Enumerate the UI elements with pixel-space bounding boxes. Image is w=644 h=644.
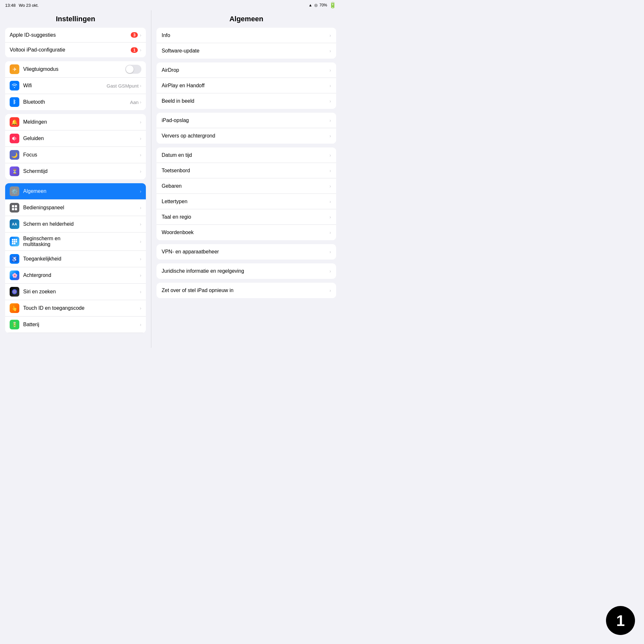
datum-chevron: ›	[329, 153, 331, 158]
toetsenbord-item[interactable]: Toetsenbord ›	[156, 163, 336, 178]
ipad-config-badge: 1	[131, 47, 138, 53]
bluetooth-value: Aan	[130, 99, 139, 105]
touchid-chevron: ›	[140, 306, 141, 311]
datum-tijd-item[interactable]: Datum en tijd ›	[156, 147, 336, 163]
software-update-label: Software-update	[162, 48, 329, 54]
achtergrond-item[interactable]: 🌸 Achtergrond ›	[5, 267, 146, 284]
bedieningspaneel-item[interactable]: Bedieningspaneel ›	[5, 200, 146, 216]
wifi-item[interactable]: Wifi Gast GSMpunt ›	[5, 78, 146, 94]
datum-tijd-label: Datum en tijd	[162, 152, 329, 158]
batterij-label: Batterij	[23, 322, 140, 327]
meldingen-label: Meldingen	[23, 119, 140, 125]
svg-rect-6	[16, 239, 17, 241]
siri-item[interactable]: Siri en zoeken ›	[5, 284, 146, 300]
wifi-value: Gast GSMpunt	[107, 83, 138, 89]
lettertypen-item[interactable]: Lettertypen ›	[156, 194, 336, 209]
touchid-label: Touch ID en toegangscode	[23, 305, 140, 311]
geluiden-icon	[10, 134, 19, 143]
wifi-label: Wifi	[23, 83, 107, 89]
airplane-toggle[interactable]	[125, 65, 141, 74]
zet-over-item[interactable]: Zet over of stel iPad opnieuw in ›	[156, 283, 336, 298]
ipad-opslag-item[interactable]: iPad-opslag ›	[156, 113, 336, 128]
toegankelijkheid-chevron: ›	[140, 256, 141, 261]
apple-id-item[interactable]: Apple ID-suggesties 3 ›	[5, 28, 146, 43]
gebaren-item[interactable]: Gebaren ›	[156, 178, 336, 194]
reset-group: Zet over of stel iPad opnieuw in ›	[156, 283, 336, 298]
meldingen-item[interactable]: 🔔 Meldingen ›	[5, 114, 146, 130]
schermtijd-icon: ⏳	[10, 166, 19, 176]
beginscherm-item[interactable]: Beginscherm enmultitasking ›	[5, 232, 146, 251]
apple-id-label: Apple ID-suggesties	[10, 32, 131, 38]
airplay-item[interactable]: AirPlay en Handoff ›	[156, 78, 336, 93]
scherm-item[interactable]: AA Scherm en helderheid ›	[5, 216, 146, 232]
achtergrond-icon: 🌸	[10, 270, 19, 280]
airplane-item[interactable]: ✈ Vliegtuigmodus	[5, 61, 146, 78]
schermtijd-item[interactable]: ⏳ Schermtijd ›	[5, 163, 146, 179]
focus-item[interactable]: 🌙 Focus ›	[5, 147, 146, 163]
airdrop-item[interactable]: AirDrop ›	[156, 62, 336, 78]
schermtijd-chevron: ›	[140, 169, 141, 174]
scherm-chevron: ›	[140, 222, 141, 227]
connectivity-group: ✈ Vliegtuigmodus Wifi Gast GSMpunt › ᛒ	[5, 61, 146, 110]
siri-label: Siri en zoeken	[23, 289, 140, 295]
ipad-config-label: Voltooi iPad-configuratie	[10, 47, 131, 53]
ipad-opslag-label: iPad-opslag	[162, 118, 329, 123]
datetime-group: Datum en tijd › Toetsenbord › Gebaren › …	[156, 147, 336, 240]
software-update-item[interactable]: Software-update ›	[156, 43, 336, 59]
geluiden-item[interactable]: Geluiden ›	[5, 130, 146, 147]
bluetooth-label: Bluetooth	[23, 99, 130, 105]
meldingen-icon: 🔔	[10, 117, 19, 127]
bedieningspaneel-label: Bedieningspaneel	[23, 205, 140, 211]
svg-rect-3	[15, 208, 17, 210]
vpn-group: VPN- en apparaatbeheer ›	[156, 244, 336, 260]
svg-rect-9	[16, 241, 17, 242]
info-item[interactable]: Info ›	[156, 28, 336, 43]
sharing-group: AirDrop › AirPlay en Handoff › Beeld in …	[156, 62, 336, 109]
airplay-label: AirPlay en Handoff	[162, 83, 329, 89]
toegankelijkheid-label: Toegankelijkheid	[23, 256, 140, 262]
siri-chevron: ›	[140, 289, 141, 294]
woordenboek-item[interactable]: Woordenboek ›	[156, 225, 336, 240]
battery-percent: 70%	[319, 3, 327, 7]
algemeen-icon: ⚙️	[10, 186, 19, 196]
svg-rect-4	[12, 239, 14, 241]
info-software-group: Info › Software-update ›	[156, 28, 336, 59]
ververs-item[interactable]: Ververs op achtergrond ›	[156, 128, 336, 144]
zet-over-chevron: ›	[329, 288, 331, 293]
general-settings-group: ⚙️ Algemeen › Bedieningspaneel › AA	[5, 183, 146, 333]
batterij-chevron: ›	[140, 322, 141, 327]
wifi-chevron: ›	[140, 83, 141, 88]
touchid-item[interactable]: 👆 Touch ID en toegangscode ›	[5, 300, 146, 317]
airplay-chevron: ›	[329, 83, 331, 88]
airdrop-chevron: ›	[329, 68, 331, 73]
batterij-item[interactable]: 🔋 Batterij ›	[5, 317, 146, 333]
vpn-item[interactable]: VPN- en apparaatbeheer ›	[156, 244, 336, 260]
woordenboek-label: Woordenboek	[162, 230, 329, 235]
focus-chevron: ›	[140, 152, 141, 157]
ipad-config-item[interactable]: Voltooi iPad-configuratie 1 ›	[5, 43, 146, 57]
bedieningspaneel-icon	[10, 203, 19, 213]
bluetooth-chevron: ›	[140, 99, 141, 105]
bedieningspaneel-chevron: ›	[140, 205, 141, 210]
toegankelijkheid-icon: ♿	[10, 254, 19, 264]
toegankelijkheid-item[interactable]: ♿ Toegankelijkheid ›	[5, 251, 146, 267]
vpn-chevron: ›	[329, 249, 331, 254]
vpn-label: VPN- en apparaatbeheer	[162, 249, 329, 255]
legal-group: Juridische informatie en regelgeving ›	[156, 263, 336, 279]
settings-title: Instellingen	[0, 10, 151, 26]
juridisch-item[interactable]: Juridische informatie en regelgeving ›	[156, 263, 336, 279]
woordenboek-chevron: ›	[329, 230, 331, 235]
schermtijd-label: Schermtijd	[23, 168, 140, 174]
wifi-icon: ▲	[308, 3, 312, 7]
algemeen-item[interactable]: ⚙️ Algemeen ›	[5, 183, 146, 200]
algemeen-label: Algemeen	[23, 188, 140, 194]
ipad-opslag-chevron: ›	[329, 118, 331, 123]
svg-rect-1	[15, 205, 17, 207]
taal-regio-item[interactable]: Taal en regio ›	[156, 209, 336, 225]
beeld-item[interactable]: Beeld in beeld ›	[156, 93, 336, 109]
bluetooth-item[interactable]: ᛒ Bluetooth Aan ›	[5, 94, 146, 110]
svg-rect-2	[12, 208, 14, 210]
wifi-settings-icon	[10, 81, 19, 90]
apple-id-badge: 3	[131, 32, 138, 38]
ipad-config-chevron: ›	[140, 47, 141, 52]
